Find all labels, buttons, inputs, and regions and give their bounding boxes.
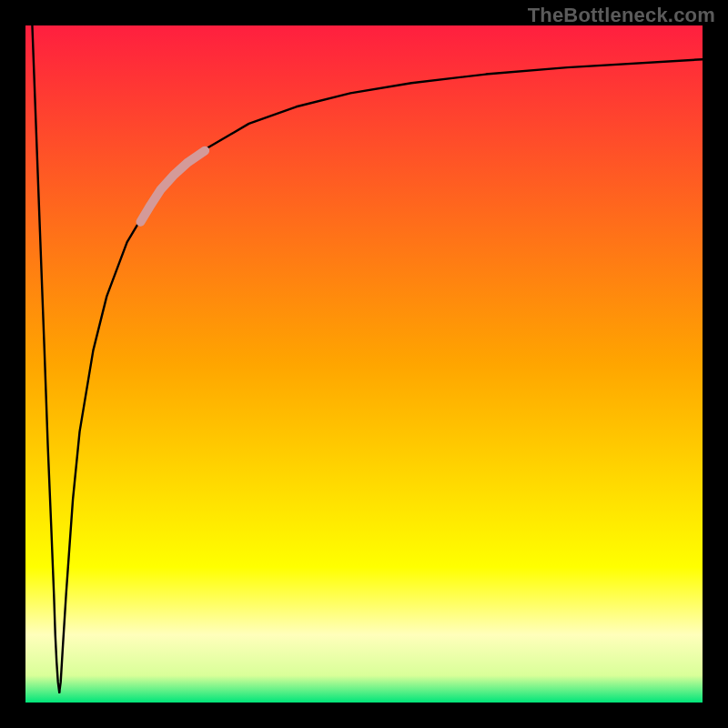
plot-area (25, 25, 703, 703)
chart-svg (25, 25, 703, 703)
gradient-background (25, 25, 703, 703)
attribution-label: TheBottleneck.com (528, 4, 715, 27)
chart-container: TheBottleneck.com (0, 0, 728, 728)
